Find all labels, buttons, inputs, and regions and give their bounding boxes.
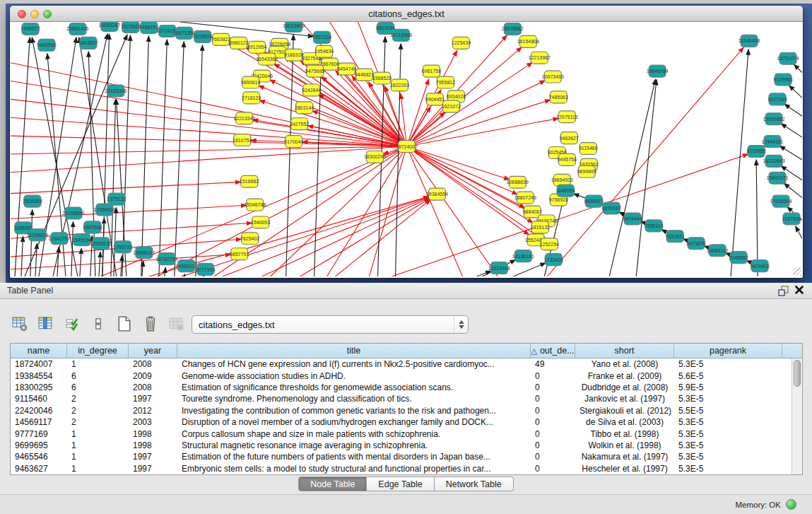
graph-edge[interactable] [300,199,430,276]
graph-node[interactable]: 8186328 [284,49,303,61]
graph-node[interactable]: 14136141 [512,250,534,262]
graph-node[interactable]: 2526065 [23,195,42,207]
table-selector[interactable]: citations_edges.txt [192,315,469,334]
graph-edge[interactable] [406,81,545,146]
graph-node[interactable]: 7955812 [436,76,455,88]
graph-node[interactable]: 2935114 [645,220,664,232]
network-window-titlebar[interactable]: citations_edges.txt [10,6,803,22]
graph-node[interactable]: 17016504 [770,195,792,207]
graph-node[interactable]: 10973493 [542,71,564,83]
graph-node[interactable]: 18807249 [514,192,536,204]
graph-node[interactable]: 11156829 [27,229,48,241]
graph-edge[interactable] [406,118,558,146]
column-header-year[interactable]: year [129,344,177,358]
tab-network-table[interactable]: Network Table [435,477,514,491]
graph-node[interactable]: 9115460 [579,143,598,155]
graph-edge[interactable] [122,35,131,276]
table-row[interactable]: 1938455462009Genome-wide association stu… [11,370,792,381]
graph-edge[interactable] [15,37,30,276]
graph-node[interactable]: 6961758 [422,65,441,77]
graph-node[interactable]: 12975115 [556,111,578,123]
table-row[interactable]: 1456911722003Disruption of a novel membe… [11,416,792,428]
delete-table-icon[interactable] [141,314,160,334]
graph-node[interactable]: 6471676 [687,238,706,250]
graph-edge[interactable] [11,99,406,146]
graph-node[interactable]: 1225439 [452,37,471,49]
graph-node[interactable]: 10653287 [98,22,120,31]
graph-node[interactable]: 9329966 [773,74,792,86]
graph-edge[interactable] [396,44,401,276]
network-window[interactable]: citations_edges.txt 76638228960123891295… [10,6,803,278]
graph-node[interactable]: 6879197 [602,202,621,214]
graph-edge[interactable] [71,221,73,276]
graph-node[interactable]: 1822203 [390,79,409,91]
graph-edge[interactable] [513,263,546,276]
column-header-title[interactable]: title [177,344,531,358]
graph-node[interactable]: 15046788 [244,199,266,211]
graph-edge[interactable] [784,104,802,116]
graph-node[interactable]: 8454749 [337,63,356,75]
graph-node[interactable]: 1621072 [442,100,461,112]
graph-node[interactable]: 8960123 [229,37,248,49]
graph-node[interactable]: 17359924 [93,204,115,216]
graph-node[interactable]: 9465546 [37,39,56,51]
graph-node[interactable]: 12093852 [763,113,784,125]
import-table-icon[interactable] [62,314,82,334]
table-panel-header[interactable]: Table Panel [0,283,812,299]
graph-node[interactable]: 19384554 [426,188,448,200]
graph-edge[interactable] [406,146,529,235]
graph-edge[interactable] [35,243,37,276]
network-canvas[interactable]: 7663822896012389129541822605891275031654… [11,22,802,276]
graph-edge[interactable] [789,86,802,98]
graph-edge[interactable] [314,46,322,276]
graph-node[interactable]: 1568520 [372,72,392,84]
graph-node[interactable]: 16671358 [173,27,195,39]
tab-node-table[interactable]: Node Table [298,477,367,491]
graph-edge[interactable] [259,100,406,146]
graph-edge[interactable] [184,274,185,276]
graph-node[interactable]: 12942757 [48,233,70,245]
graph-node[interactable]: 8938923 [584,195,604,207]
graph-node[interactable]: 16648784 [647,65,669,77]
graph-node[interactable]: 8215958 [746,146,765,158]
graph-edge[interactable] [779,146,802,160]
column-header-name[interactable]: name [11,344,67,358]
graph-edge[interactable] [99,252,100,276]
graph-node[interactable]: 1843557 [78,37,98,49]
graph-node[interactable]: 9474410 [750,260,769,272]
graph-node[interactable]: 26578682 [502,23,524,35]
graph-node[interactable]: 9890614 [241,76,260,88]
merge-rows-icon[interactable] [88,314,108,334]
graph-node[interactable]: 1252254 [540,238,559,250]
graph-node[interactable]: 9245652 [729,252,748,264]
graph-node[interactable]: 7615526 [193,30,212,42]
graph-node[interactable]: 9242844 [302,84,321,96]
graph-edge[interactable] [286,35,294,276]
graph-node[interactable]: 15751074 [777,52,799,64]
graph-edge[interactable] [11,136,406,146]
graph-node[interactable]: 1167539 [782,213,801,225]
graph-node[interactable]: 9699695 [577,165,596,177]
graph-node[interactable]: 16543362 [256,53,278,65]
graph-node[interactable]: 12505135 [90,238,112,250]
graph-node[interactable]: 1640954 [556,185,575,197]
window-resize-grip[interactable] [793,267,801,276]
graph-node[interactable]: 12213967 [529,52,551,64]
graph-node[interactable]: 7625402 [240,233,259,245]
graph-node[interactable]: 7857224 [312,31,331,43]
graph-node[interactable]: 19218986 [390,29,412,41]
graph-node[interactable]: 18724007 [396,141,418,153]
graph-node[interactable]: 9446821 [355,69,374,81]
graph-edge[interactable] [57,247,59,276]
graph-edge[interactable] [11,205,247,218]
graph-edge[interactable] [756,160,758,276]
graph-node[interactable]: 19958107 [133,247,155,259]
table-row[interactable]: 946554611997Estimation of the future num… [11,451,792,462]
graph-node[interactable]: 7663822 [211,33,230,45]
graph-node[interactable]: 9495758 [558,153,577,165]
column-header-short[interactable]: short [575,344,674,358]
graph-edge[interactable] [21,236,23,276]
graph-node[interactable]: 16210643 [763,155,784,167]
column-header-in_degree[interactable]: in_degree [67,344,129,358]
graph-node[interactable]: 12444151 [761,136,783,148]
